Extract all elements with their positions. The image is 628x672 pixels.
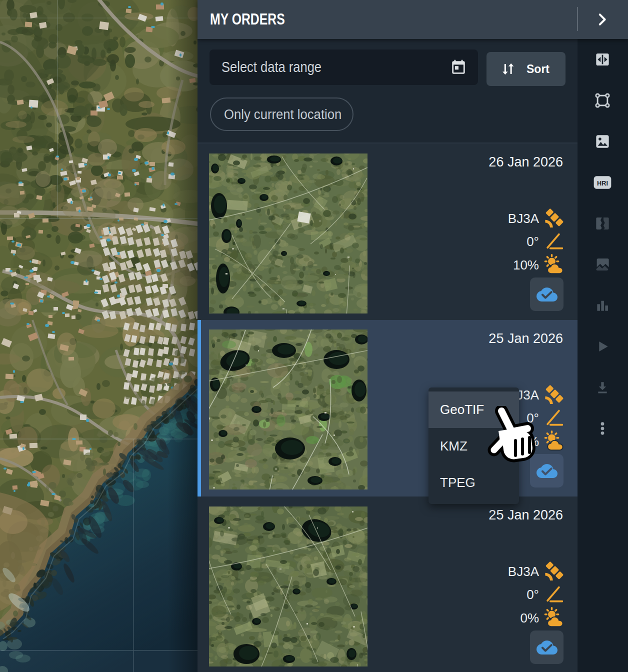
svg-text:HRI: HRI xyxy=(597,180,608,187)
